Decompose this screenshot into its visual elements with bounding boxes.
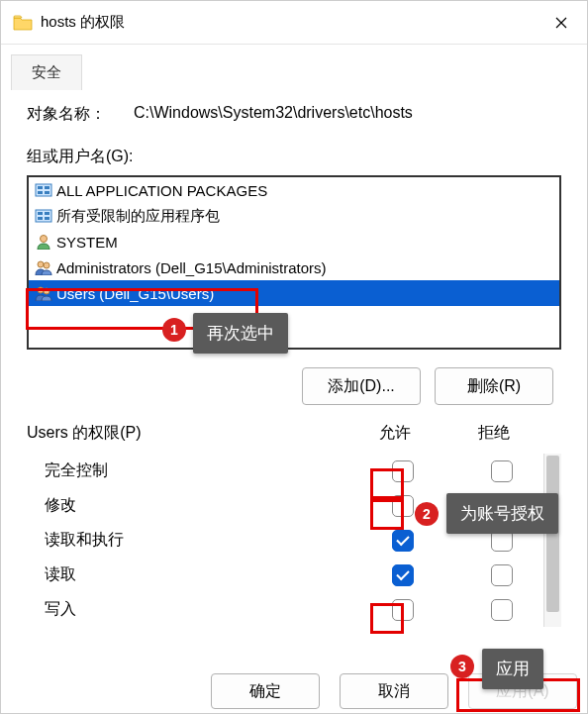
permission-label: 写入: [27, 599, 353, 620]
permission-label: 修改: [27, 495, 353, 516]
deny-checkbox[interactable]: [491, 460, 513, 482]
object-label: 对象名称：: [27, 104, 106, 125]
annotation-badge-2: 2: [415, 502, 439, 526]
permissions-label: Users 的权限(P): [27, 423, 345, 444]
group-item-label: SYSTEM: [56, 234, 118, 251]
svg-rect-1: [38, 186, 43, 189]
package-icon: [35, 208, 52, 224]
window-title: hosts 的权限: [41, 13, 541, 32]
allow-checkbox[interactable]: [392, 564, 414, 586]
scrollbar-vertical[interactable]: [543, 454, 561, 627]
user-icon: [35, 234, 52, 250]
object-row: 对象名称： C:\Windows\System32\drivers\etc\ho…: [27, 104, 561, 125]
allow-checkbox[interactable]: [392, 599, 414, 621]
svg-point-11: [38, 261, 44, 267]
allow-checkbox[interactable]: [392, 460, 414, 482]
permission-row: 读取: [27, 558, 561, 592]
cancel-button[interactable]: 取消: [340, 673, 448, 709]
permission-row: 写入: [27, 592, 561, 627]
annotation-tooltip-1: 再次选中: [193, 313, 288, 354]
deny-checkbox[interactable]: [491, 599, 513, 621]
svg-rect-0: [36, 184, 51, 196]
titlebar: hosts 的权限: [1, 1, 587, 45]
groups-label: 组或用户名(G):: [27, 147, 561, 167]
group-item-label: ALL APPLICATION PACKAGES: [56, 182, 267, 199]
svg-rect-6: [38, 212, 43, 215]
group-list-item[interactable]: 所有受限制的应用程序包: [29, 203, 559, 229]
tab-row: 安全: [1, 45, 587, 90]
tab-security[interactable]: 安全: [11, 54, 82, 90]
group-item-label: Administrators (Dell_G15\Administrators): [56, 259, 327, 276]
svg-rect-3: [38, 191, 43, 194]
group-list-item[interactable]: ALL APPLICATION PACKAGES: [29, 177, 559, 203]
object-value: C:\Windows\System32\drivers\etc\hosts: [134, 104, 413, 125]
deny-checkbox[interactable]: [491, 564, 513, 586]
close-icon: [555, 17, 567, 29]
svg-rect-7: [45, 212, 49, 215]
group-icon: [35, 285, 52, 301]
allow-checkbox[interactable]: [392, 495, 414, 517]
svg-rect-9: [45, 217, 49, 220]
add-button[interactable]: 添加(D)...: [302, 367, 421, 405]
svg-point-10: [41, 236, 48, 243]
group-list-item[interactable]: Administrators (Dell_G15\Administrators): [29, 255, 559, 280]
group-icon: [35, 259, 52, 275]
annotation-badge-3: 3: [450, 655, 474, 678]
permission-label: 读取: [27, 564, 353, 585]
annotation-tooltip-3: 应用: [482, 649, 543, 689]
permission-label: 完全控制: [27, 460, 353, 481]
permissions-area: 完全控制修改读取和执行读取写入: [27, 454, 561, 627]
package-icon: [35, 182, 52, 198]
svg-point-12: [44, 262, 49, 268]
svg-rect-5: [36, 210, 51, 222]
allow-col-header: 允许: [345, 423, 444, 444]
svg-rect-4: [45, 191, 49, 194]
group-list-item[interactable]: SYSTEM: [29, 229, 559, 255]
group-item-label: 所有受限制的应用程序包: [56, 207, 220, 226]
deny-col-header: 拒绝: [444, 423, 543, 444]
ok-button[interactable]: 确定: [211, 673, 320, 709]
annotation-tooltip-2: 为账号授权: [446, 493, 558, 534]
remove-button[interactable]: 删除(R): [435, 367, 553, 405]
permission-label: 读取和执行: [27, 530, 353, 551]
svg-rect-2: [45, 186, 49, 189]
annotation-badge-1: 1: [162, 318, 186, 342]
svg-point-13: [38, 287, 44, 293]
group-item-label: Users (Dell_G15\Users): [56, 285, 214, 302]
svg-point-14: [44, 288, 49, 294]
groups-listbox[interactable]: ALL APPLICATION PACKAGES所有受限制的应用程序包SYSTE…: [27, 175, 561, 350]
group-list-item[interactable]: Users (Dell_G15\Users): [29, 280, 559, 306]
permissions-header: Users 的权限(P) 允许 拒绝: [27, 423, 561, 454]
close-button[interactable]: [541, 8, 581, 38]
permission-row: 完全控制: [27, 454, 561, 488]
folder-icon: [13, 15, 33, 31]
allow-checkbox[interactable]: [392, 530, 414, 552]
svg-rect-8: [38, 217, 43, 220]
